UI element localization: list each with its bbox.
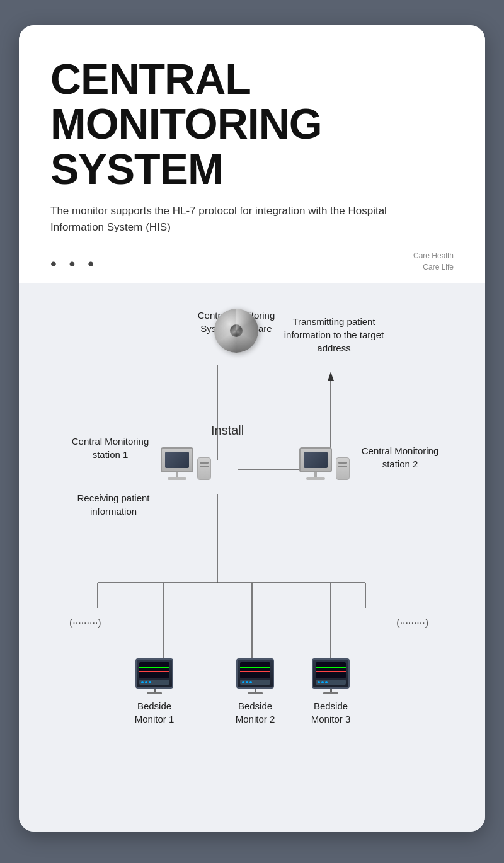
screen-2: [304, 452, 328, 468]
indicator-2a: [242, 681, 244, 683]
cd-icon: [214, 309, 258, 353]
indicator-3a: [318, 681, 320, 683]
bedside-monitor-icon-1: [135, 658, 173, 689]
diagram-container: Central Monitoring System Software Trans…: [38, 309, 466, 800]
base-1: [168, 477, 186, 480]
bedside2-label: Bedside Monitor 2: [227, 699, 284, 726]
bedside-screen-1: [139, 662, 169, 678]
bottom-bar-1: [139, 680, 169, 685]
main-card: CENTRAL MONITORING SYSTEM The monitor su…: [19, 25, 485, 832]
main-title: CENTRAL MONITORING SYSTEM: [50, 57, 454, 191]
station2-group: [299, 447, 350, 480]
bedside3-group: Bedside Monitor 3: [302, 658, 359, 726]
waveform-yellow-2: [240, 675, 270, 675]
bedside-screen-3: [316, 662, 346, 678]
bedside-base-1: [147, 692, 162, 694]
dots-left: (·········): [69, 617, 101, 629]
cd-software-icon-group: Central Monitoring System Software: [192, 309, 280, 335]
base-2: [306, 477, 325, 480]
transmit-label: Transmitting patient information to the …: [284, 315, 384, 355]
indicator-2c: [249, 681, 252, 683]
subtitle-text: The monitor supports the HL-7 protocol f…: [50, 203, 403, 235]
tower-icon-2: [336, 457, 350, 480]
monitor-icon-1: [161, 447, 193, 472]
svg-marker-2: [328, 372, 334, 381]
stand-2: [314, 472, 317, 477]
bedside-screen-2: [240, 662, 270, 678]
waveform-red-1: [139, 671, 169, 672]
screen-1: [165, 452, 189, 468]
tower-icon-1: [197, 457, 211, 480]
indicator-1b: [145, 681, 147, 683]
bedside-monitor-icon-3: [312, 658, 350, 689]
indicator-2b: [246, 681, 248, 683]
station1-label: Central Monitoring station 1: [69, 435, 151, 461]
diagram-section: Central Monitoring System Software Trans…: [19, 283, 485, 832]
indicator-1a: [141, 681, 144, 683]
stand-1: [176, 472, 178, 477]
bedside-monitor-icon-2: [236, 658, 274, 689]
bedside-base-2: [248, 692, 263, 694]
indicator-3b: [321, 681, 324, 683]
top-section: CENTRAL MONITORING SYSTEM The monitor su…: [19, 25, 485, 283]
bedside3-label: Bedside Monitor 3: [302, 699, 359, 726]
waveform-red-3: [316, 671, 346, 672]
waveform-red-2: [240, 671, 270, 672]
dots-right: (·········): [396, 617, 428, 629]
bedside2-group: Bedside Monitor 2: [227, 658, 284, 726]
station2-icon: [299, 447, 350, 480]
top-footer: • • • Care Health Care Life: [50, 250, 454, 283]
decorative-dots: • • •: [50, 255, 98, 273]
bottom-bar-3: [316, 680, 346, 685]
bedside-base-3: [323, 692, 338, 694]
drive-2a: [338, 462, 347, 464]
indicator-1c: [149, 681, 151, 683]
station2-label: Central Monitoring station 2: [353, 444, 447, 471]
station1-group: [161, 447, 211, 480]
station1-icon: [161, 447, 211, 480]
drive-1a: [200, 462, 209, 464]
bottom-bar-2: [240, 680, 270, 685]
bedside1-group: Bedside Monitor 1: [126, 658, 183, 726]
drive-1b: [200, 466, 209, 467]
waveform-green-3: [316, 667, 346, 668]
drive-2b: [338, 466, 347, 467]
waveform-green-2: [240, 667, 270, 668]
waveform-yellow-1: [139, 675, 169, 675]
monitor-icon-2: [299, 447, 332, 472]
receiving-label: Receiving patient information: [72, 461, 154, 518]
bedside1-label: Bedside Monitor 1: [126, 699, 183, 726]
indicator-3c: [325, 681, 328, 683]
install-label: Install: [211, 423, 244, 438]
brand-text: Care Health Care Life: [413, 250, 454, 273]
waveform-green-1: [139, 667, 169, 668]
waveform-yellow-3: [316, 675, 346, 675]
